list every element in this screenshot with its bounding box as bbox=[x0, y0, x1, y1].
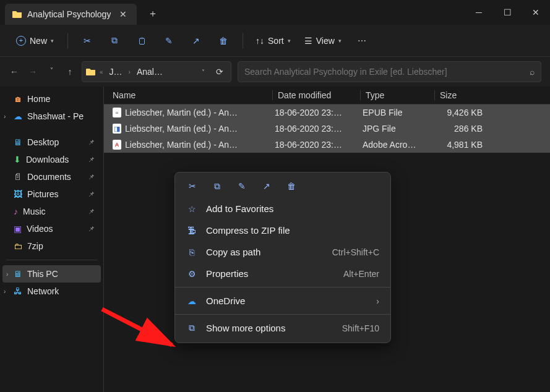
column-date[interactable]: Date modified bbox=[272, 90, 360, 100]
cloud-icon: ☁ bbox=[14, 111, 22, 121]
window-tab[interactable]: Analytical Psychology ✕ bbox=[5, 4, 137, 25]
view-label: View bbox=[316, 36, 335, 46]
download-icon: ⬇ bbox=[14, 155, 21, 164]
file-row[interactable]: ▫Liebscher, Martin (ed.) - An… 18-06-202… bbox=[104, 104, 550, 121]
minimize-button[interactable]: ─ bbox=[465, 2, 493, 22]
navigation-bar: ← → ˅ ↑ « J… › Anal… ˅ ⟳ ⌕ bbox=[0, 57, 550, 87]
ctx-properties[interactable]: ⚙PropertiesAlt+Enter bbox=[175, 263, 390, 284]
copy-button[interactable]: ⧉ bbox=[103, 30, 126, 52]
column-type[interactable]: Type bbox=[360, 90, 434, 100]
sidebar-item-pictures[interactable]: 🖼︎Pictures📌︎ bbox=[0, 185, 103, 203]
sidebar-item-downloads[interactable]: ⬇Downloads📌︎ bbox=[0, 151, 103, 168]
cloud-icon: ☁ bbox=[186, 296, 197, 306]
ctx-copy-path[interactable]: ⎘Copy as pathCtrl+Shift+C bbox=[175, 241, 390, 263]
divider bbox=[6, 260, 97, 260]
refresh-button[interactable]: ⟳ bbox=[212, 67, 227, 77]
close-tab-icon[interactable]: ✕ bbox=[116, 8, 131, 20]
new-button[interactable]: + New ▾ bbox=[10, 32, 60, 49]
chevron-down-icon[interactable]: ˅ bbox=[46, 67, 57, 77]
sort-icon: ↑↓ bbox=[256, 36, 264, 46]
view-button[interactable]: ☰ View ▾ bbox=[299, 32, 346, 49]
divider bbox=[175, 314, 390, 315]
ctx-add-favorites[interactable]: ☆Add to Favorites bbox=[175, 198, 390, 219]
chevron-down-icon: ▾ bbox=[51, 38, 54, 44]
divider bbox=[175, 287, 390, 288]
add-tab-button[interactable]: ＋ bbox=[140, 2, 165, 25]
sidebar-item-videos[interactable]: ▣Videos📌︎ bbox=[0, 220, 103, 237]
document-icon: 📄︎ bbox=[14, 172, 22, 182]
search-input[interactable] bbox=[244, 67, 530, 77]
chevron-right-icon: › bbox=[129, 69, 131, 75]
close-window-button[interactable]: ✕ bbox=[522, 2, 550, 22]
share-icon[interactable]: ↗ bbox=[260, 181, 273, 192]
nav-arrows: ← → ˅ ↑ bbox=[9, 67, 75, 77]
titlebar: Analytical Psychology ✕ ＋ ─ ☐ ✕ bbox=[0, 0, 550, 25]
path-icon: ⎘ bbox=[186, 247, 197, 257]
sidebar-item-documents[interactable]: 📄︎Documents📌︎ bbox=[0, 168, 103, 185]
delete-button[interactable]: 🗑︎ bbox=[212, 30, 235, 52]
breadcrumb-overflow[interactable]: « bbox=[100, 69, 103, 75]
cut-button[interactable]: ✂ bbox=[75, 30, 99, 52]
tab-title: Analytical Psychology bbox=[27, 9, 111, 19]
paste-button[interactable]: 📋︎ bbox=[130, 30, 153, 52]
context-menu: ✂ ⧉ ✎ ↗ 🗑︎ ☆Add to Favorites 🗜︎Compress … bbox=[174, 172, 391, 343]
chevron-right-icon: › bbox=[376, 296, 379, 306]
up-button[interactable]: ↑ bbox=[64, 67, 75, 77]
more-button[interactable]: ⋯ bbox=[350, 30, 374, 52]
address-bar[interactable]: « J… › Anal… ˅ ⟳ bbox=[82, 61, 231, 82]
divider bbox=[243, 33, 243, 49]
search-box[interactable]: ⌕ bbox=[238, 61, 541, 82]
address-dropdown[interactable]: ˅ bbox=[198, 69, 208, 75]
rename-icon[interactable]: ✎ bbox=[236, 181, 248, 192]
command-toolbar: + New ▾ ✂ ⧉ 📋︎ ✎ ↗ 🗑︎ ↑↓ Sort ▾ ☰ View ▾… bbox=[0, 25, 550, 57]
ctx-show-more[interactable]: ⧉Show more optionsShift+F10 bbox=[175, 317, 390, 339]
desktop-icon: 🖥︎ bbox=[14, 137, 22, 147]
sidebar-item-7zip[interactable]: 🗀7zip bbox=[0, 237, 103, 255]
sidebar-item-music[interactable]: ♪Music📌︎ bbox=[0, 203, 103, 220]
chevron-down-icon: ▾ bbox=[288, 38, 291, 44]
share-button[interactable]: ↗ bbox=[184, 30, 208, 52]
column-name[interactable]: Name bbox=[113, 90, 272, 100]
sidebar-item-network[interactable]: ›🖧Network bbox=[0, 283, 103, 300]
window-controls: ─ ☐ ✕ bbox=[465, 2, 550, 22]
divider bbox=[67, 33, 68, 49]
breadcrumb-item[interactable]: J… bbox=[107, 66, 125, 78]
context-toolbar: ✂ ⧉ ✎ ↗ 🗑︎ bbox=[175, 176, 390, 198]
sidebar-item-home[interactable]: 🏠︎Home bbox=[0, 90, 103, 108]
pin-icon: 📌︎ bbox=[88, 173, 95, 181]
network-icon: 🖧 bbox=[14, 286, 22, 296]
file-row[interactable]: ALiebscher, Martin (ed.) - An… 18-06-202… bbox=[104, 137, 550, 153]
chevron-right-icon: › bbox=[4, 288, 6, 295]
ctx-compress[interactable]: 🗜︎Compress to ZIP file bbox=[175, 219, 390, 241]
home-icon: 🏠︎ bbox=[14, 94, 22, 104]
sidebar-item-desktop[interactable]: 🖥︎Desktop📌︎ bbox=[0, 134, 103, 151]
cut-icon[interactable]: ✂ bbox=[186, 181, 199, 192]
ctx-onedrive[interactable]: ☁OneDrive› bbox=[175, 290, 390, 312]
sort-label: Sort bbox=[268, 36, 284, 46]
new-label: New bbox=[30, 36, 47, 46]
folder-icon: 🗀 bbox=[14, 241, 22, 251]
maximize-button[interactable]: ☐ bbox=[493, 2, 522, 22]
chevron-right-icon: › bbox=[4, 113, 6, 120]
sort-button[interactable]: ↑↓ Sort ▾ bbox=[251, 32, 296, 49]
delete-icon[interactable]: 🗑︎ bbox=[285, 181, 298, 192]
pin-icon: 📌︎ bbox=[88, 190, 95, 198]
breadcrumb-item[interactable]: Anal… bbox=[134, 66, 165, 78]
music-icon: ♪ bbox=[14, 207, 18, 216]
sidebar-item-this-pc[interactable]: ›🖥︎This PC bbox=[2, 265, 101, 283]
column-size[interactable]: Size bbox=[434, 90, 491, 100]
chevron-down-icon: ▾ bbox=[338, 38, 342, 44]
view-icon: ☰ bbox=[304, 36, 312, 46]
zip-icon: 🗜︎ bbox=[186, 226, 197, 236]
sidebar-item-onedrive[interactable]: ›☁Shashwat - Pe bbox=[0, 108, 103, 125]
navigation-pane: 🏠︎Home ›☁Shashwat - Pe 🖥︎Desktop📌︎ ⬇Down… bbox=[0, 87, 104, 392]
jpg-file-icon: ◨ bbox=[113, 124, 121, 134]
rename-button[interactable]: ✎ bbox=[157, 30, 181, 52]
forward-button[interactable]: → bbox=[27, 67, 38, 77]
file-row[interactable]: ◨Liebscher, Martin (ed.) - An… 18-06-202… bbox=[104, 121, 550, 137]
pdf-file-icon: A bbox=[113, 140, 121, 150]
video-icon: ▣ bbox=[14, 224, 22, 234]
pc-icon: 🖥︎ bbox=[14, 269, 22, 279]
copy-icon[interactable]: ⧉ bbox=[211, 181, 223, 192]
back-button[interactable]: ← bbox=[9, 67, 20, 77]
